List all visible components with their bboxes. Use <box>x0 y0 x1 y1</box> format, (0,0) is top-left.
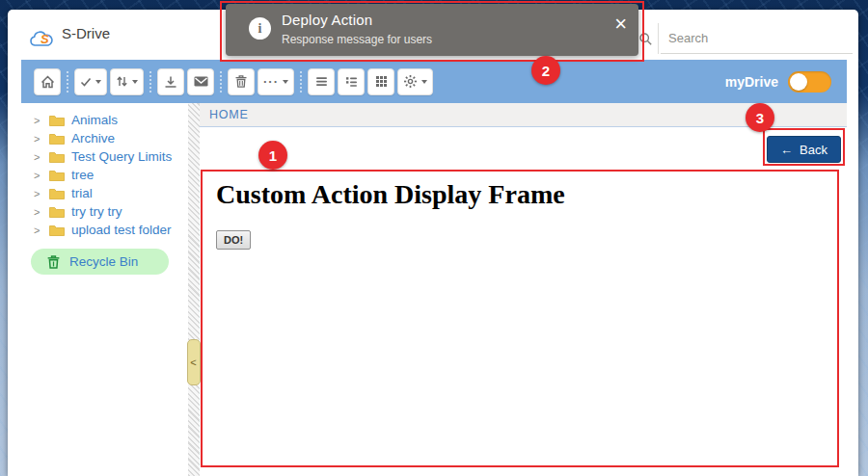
chevron-right-icon: > <box>34 151 46 163</box>
chevron-right-icon: > <box>34 170 46 181</box>
toolbar-separator <box>149 71 151 93</box>
recycle-bin-icon <box>46 254 61 270</box>
custom-action-frame-heading: Custom Action Display Frame <box>216 179 565 210</box>
app-window: S S-Drive <box>8 10 858 476</box>
tree-item-label: tree <box>71 168 94 182</box>
list-view-icon <box>315 75 328 88</box>
delete-icon <box>234 74 248 89</box>
mydrive-toggle[interactable] <box>788 71 831 93</box>
grid-view-button[interactable] <box>367 68 394 95</box>
folder-icon <box>49 150 65 163</box>
collapse-sidebar-handle[interactable]: < <box>187 339 201 385</box>
search-input[interactable] <box>661 23 853 54</box>
mydrive-label: myDrive <box>725 74 778 90</box>
select-all-button[interactable] <box>74 68 107 95</box>
tree-item-label: trial <box>71 186 93 200</box>
folder-tree-panel: > Animals > Archive > Test Query Limits … <box>8 103 188 476</box>
folder-icon <box>49 114 65 126</box>
home-icon <box>41 75 55 89</box>
app-title: S-Drive <box>62 25 110 41</box>
list-view-button[interactable] <box>308 68 335 95</box>
breadcrumb-home[interactable]: HOME <box>209 108 249 121</box>
arrow-left-icon: ← <box>780 143 793 157</box>
folder-icon <box>49 187 65 199</box>
recycle-bin-label: Recycle Bin <box>69 254 138 269</box>
toggle-knob <box>790 73 807 91</box>
folder-icon <box>49 169 65 181</box>
chevron-down-icon <box>283 80 288 84</box>
toolbar-separator <box>300 71 302 93</box>
tree-item-label: Animals <box>71 113 118 127</box>
do-button[interactable]: DO! <box>216 230 251 250</box>
delete-button[interactable] <box>228 68 255 95</box>
tree-item-animals[interactable]: > Animals <box>8 111 188 129</box>
close-icon[interactable]: × <box>614 13 627 35</box>
sort-button[interactable] <box>110 68 144 95</box>
more-actions-icon: ··· <box>263 77 279 87</box>
email-button[interactable] <box>187 68 214 95</box>
tree-item-try-try-try[interactable]: > try try try <box>8 202 188 221</box>
chevron-right-icon: > <box>34 133 46 145</box>
folder-icon <box>49 224 65 236</box>
annotation-badge-3: 3 <box>746 103 774 132</box>
chevron-right-icon: > <box>34 188 46 199</box>
chevron-down-icon <box>132 80 138 84</box>
settings-button[interactable] <box>397 68 433 95</box>
folder-icon <box>49 132 65 145</box>
panel-splitter[interactable] <box>188 103 200 476</box>
tree-item-tree[interactable]: > tree <box>8 166 188 184</box>
more-actions-button[interactable]: ··· <box>258 68 294 95</box>
multiselect-check-icon <box>80 77 92 87</box>
tree-item-test-query-limits[interactable]: > Test Query Limits <box>8 147 188 166</box>
main-content: ← Back Custom Action Display Frame DO! <box>200 127 847 475</box>
toolbar-separator <box>67 71 68 93</box>
toast-message: Response message for users <box>282 33 432 46</box>
chevron-right-icon: > <box>34 206 46 218</box>
download-icon <box>164 75 177 89</box>
info-glyph: i <box>258 21 262 37</box>
detail-view-icon <box>345 75 358 88</box>
sort-icon <box>116 75 128 88</box>
tree-item-upload-test-folder[interactable]: > upload test folder <box>8 221 188 239</box>
logo-letter: S <box>41 32 49 46</box>
grid-view-icon <box>375 75 388 88</box>
download-button[interactable] <box>157 68 184 95</box>
back-button-label: Back <box>800 143 827 157</box>
toolbar-separator <box>220 71 222 93</box>
tree-item-trial[interactable]: > trial <box>8 184 188 202</box>
mydrive-control: myDrive <box>725 71 847 93</box>
email-icon <box>194 76 208 87</box>
toolbar: ··· <box>21 60 847 103</box>
main-panel: HOME ← Back Custom Action Display Frame … <box>200 103 847 476</box>
tree-item-label: Archive <box>71 131 115 145</box>
back-button[interactable]: ← Back <box>767 136 841 163</box>
search-divider <box>658 23 659 54</box>
detail-view-button[interactable] <box>338 68 365 95</box>
chevron-down-icon <box>421 80 427 84</box>
chevron-right-icon: > <box>34 115 46 126</box>
recycle-bin-button[interactable]: Recycle Bin <box>31 249 169 275</box>
annotation-badge-2: 2 <box>531 56 560 85</box>
toast-title: Deploy Action <box>282 12 372 28</box>
chevron-left-icon: < <box>190 357 196 368</box>
chevron-right-icon: > <box>34 225 46 236</box>
sdrive-logo: S <box>29 29 62 52</box>
chevron-down-icon <box>95 80 101 84</box>
tree-item-archive[interactable]: > Archive <box>8 129 188 147</box>
tree-item-label: upload test folder <box>71 223 172 237</box>
tree-item-label: Test Query Limits <box>71 149 172 164</box>
toast-notification: i Deploy Action Response message for use… <box>226 4 638 56</box>
global-search <box>633 23 853 54</box>
settings-icon <box>403 74 418 89</box>
tree-item-label: try try try <box>71 204 122 219</box>
folder-icon <box>49 205 65 218</box>
annotation-badge-1: 1 <box>258 141 287 170</box>
info-icon: i <box>249 17 271 40</box>
home-button[interactable] <box>34 68 61 95</box>
